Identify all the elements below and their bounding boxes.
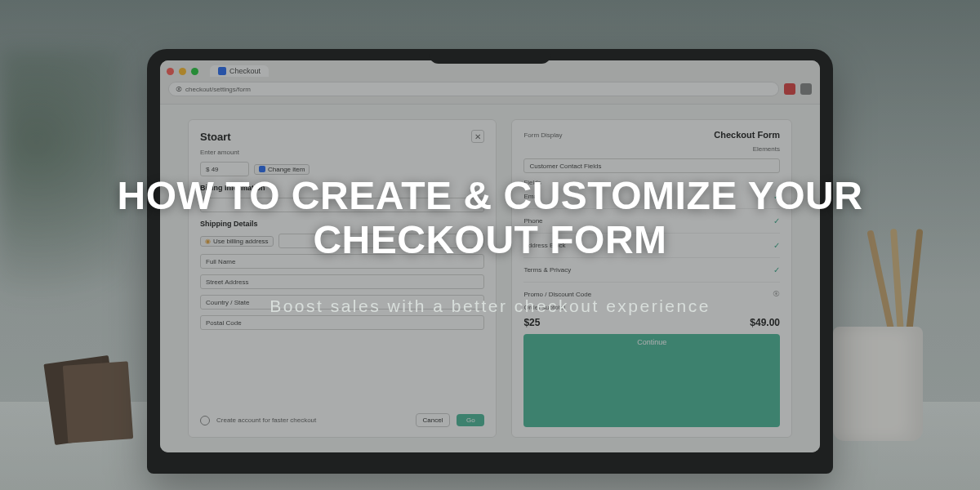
hero-text: HOW TO CREATE & CUSTOMIZE YOUR CHECKOUT … [0, 0, 980, 490]
hero-title: HOW TO CREATE & CUSTOMIZE YOUR CHECKOUT … [65, 174, 915, 262]
hero-subtitle: Boost sales with a better checkout exper… [270, 296, 710, 316]
